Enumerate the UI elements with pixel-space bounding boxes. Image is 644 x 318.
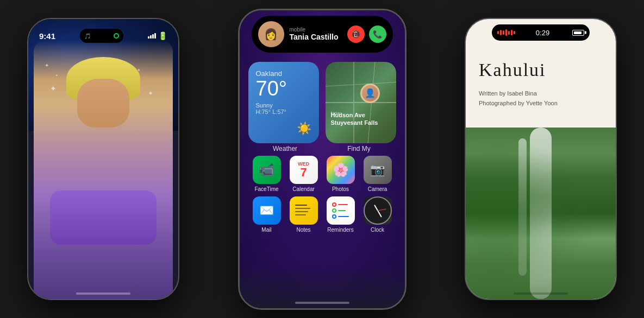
magazine-credits: Written by Isabel Bina Photographed by Y… <box>479 89 603 108</box>
magazine-credit-2: Photographed by Yvette Yoon <box>479 99 603 109</box>
foliage-overlay <box>466 128 616 299</box>
app-item-clock[interactable]: Clock <box>362 196 393 233</box>
widgets-row: Oakland 70° Sunny H:75° L:57° ☀️ <box>248 62 396 143</box>
call-dynamic-island: 👩 mobile Tania Castillo 📵 📞 <box>252 16 393 53</box>
app-item-reminders[interactable]: Reminders <box>325 196 357 233</box>
weather-hi-lo: H:75° L:57° <box>256 109 311 115</box>
svg-line-3 <box>326 82 396 86</box>
accept-icon: 📞 <box>373 30 382 39</box>
clock-label: Clock <box>371 227 384 233</box>
rem-line-1 <box>338 204 348 205</box>
caller-network-label: mobile <box>290 27 342 33</box>
clock-face <box>364 196 392 225</box>
battery-fill <box>574 31 582 34</box>
di-green-indicator <box>114 33 119 39</box>
portrait-main <box>34 41 173 299</box>
home-indicator-right <box>514 292 568 295</box>
notes-icon <box>290 196 318 225</box>
clock-second-hand <box>377 208 386 211</box>
wave-bar-1 <box>497 31 499 34</box>
left-status-icons: 🔋 <box>148 31 167 40</box>
rem-circle-1 <box>332 202 336 207</box>
camera-label: Camera <box>368 186 387 192</box>
power-btn-center <box>405 92 407 122</box>
call-action-buttons: 📵 📞 <box>347 26 386 43</box>
center-phone-screen: 👩 mobile Tania Castillo 📵 📞 <box>240 10 405 308</box>
wave-bar-7 <box>514 31 515 34</box>
phone-left: ✦ ✦ ✦ ✦ ✦ 9:41 🎵 <box>27 18 179 300</box>
app-grid: 📹 FaceTime WED 7 Calendar <box>248 156 396 237</box>
caller-name: Tania Castillo <box>290 33 342 41</box>
mail-label: Mail <box>261 227 271 233</box>
notes-line-2 <box>295 208 310 209</box>
reminders-label: Reminders <box>327 227 353 233</box>
app-item-notes[interactable]: Notes <box>288 196 320 233</box>
calendar-date: 7 <box>300 167 307 179</box>
signal-bars-left <box>148 33 156 39</box>
app-item-camera[interactable]: 📷 Camera <box>362 156 393 192</box>
caller-avatar-emoji: 👩 <box>264 28 278 41</box>
magazine-credit-1: Written by Isabel Bina <box>479 89 603 99</box>
person-skin <box>77 79 129 128</box>
app-item-calendar[interactable]: WED 7 Calendar <box>288 156 320 192</box>
home-indicator-center <box>295 302 349 304</box>
findmy-widget-label: Find My <box>322 145 396 152</box>
rem-circle-3 <box>332 214 336 219</box>
photos-label: Photos <box>332 186 349 192</box>
reminders-icon-content <box>332 202 349 219</box>
map-roads-svg <box>326 62 396 143</box>
left-wallpaper: ✦ ✦ ✦ ✦ ✦ <box>28 19 178 299</box>
findmy-widget[interactable]: Now Hudson Ave Stuyvesant Falls 👤 <box>326 62 396 143</box>
home-indicator-left <box>76 292 130 295</box>
calendar-icon: WED 7 <box>290 156 318 184</box>
wave-bar-4 <box>505 29 507 36</box>
power-btn-right <box>616 90 617 117</box>
photos-icon: 🌸 <box>327 156 355 184</box>
facetime-label: FaceTime <box>254 186 278 192</box>
findmy-map <box>326 62 396 143</box>
right-dynamic-island: 0:29 <box>492 24 590 41</box>
battery-icon-right <box>572 30 584 36</box>
facetime-icon-glyph: 📹 <box>259 162 275 177</box>
accept-call-button[interactable]: 📞 <box>369 26 386 43</box>
battery-icon-left: 🔋 <box>158 31 167 40</box>
camera-icon-glyph: 📷 <box>370 163 385 177</box>
person-pin-emoji: 👤 <box>365 88 376 98</box>
phone-center: 👩 mobile Tania Castillo 📵 📞 <box>238 9 407 310</box>
app-item-mail[interactable]: ✉️ Mail <box>251 196 283 233</box>
widget-labels-row: Weather Find My <box>248 145 396 152</box>
decline-call-button[interactable]: 📵 <box>347 26 365 43</box>
calendar-label: Calendar <box>292 186 315 192</box>
magazine-content: Kahului Written by Isabel Bina Photograp… <box>466 49 616 119</box>
mail-icon: ✉️ <box>253 196 281 225</box>
facetime-icon: 📹 <box>253 156 281 184</box>
mail-icon-glyph: ✉️ <box>259 203 274 218</box>
notes-lines <box>294 202 314 218</box>
photos-icon-glyph: 🌸 <box>333 162 349 177</box>
caller-avatar: 👩 <box>258 21 284 47</box>
rem-item-3 <box>332 214 349 219</box>
caller-info: mobile Tania Castillo <box>290 27 342 41</box>
right-phone-screen: 0:29 Kahului Written by Isabel Bina Phot… <box>466 19 616 299</box>
weather-widget[interactable]: Oakland 70° Sunny H:75° L:57° ☀️ <box>248 62 319 143</box>
app-item-facetime[interactable]: 📹 FaceTime <box>251 156 283 192</box>
rem-circle-2 <box>332 208 336 213</box>
left-phone-screen: ✦ ✦ ✦ ✦ ✦ 9:41 🎵 <box>28 19 178 299</box>
notes-line-4 <box>295 214 306 215</box>
person-map-pin: 👤 <box>360 84 380 103</box>
clock-minute-hand <box>377 210 382 217</box>
rem-item-1 <box>332 202 349 207</box>
findmy-location: Hudson Ave Stuyvesant Falls <box>331 111 378 127</box>
left-dynamic-island: 🎵 <box>80 29 123 43</box>
rem-line-2 <box>338 210 346 211</box>
wave-bar-5 <box>508 31 510 35</box>
app-item-photos[interactable]: 🌸 Photos <box>325 156 357 192</box>
timer-display: 0:29 <box>536 29 549 37</box>
app-row-2: ✉️ Mail <box>248 196 396 233</box>
phone-right: 0:29 Kahului Written by Isabel Bina Phot… <box>465 18 617 300</box>
weather-condition: Sunny <box>256 102 311 109</box>
magazine-title: Kahului <box>479 60 603 80</box>
rem-item-2 <box>332 208 349 213</box>
wave-bar-3 <box>503 30 504 35</box>
wave-bar-2 <box>500 30 502 35</box>
